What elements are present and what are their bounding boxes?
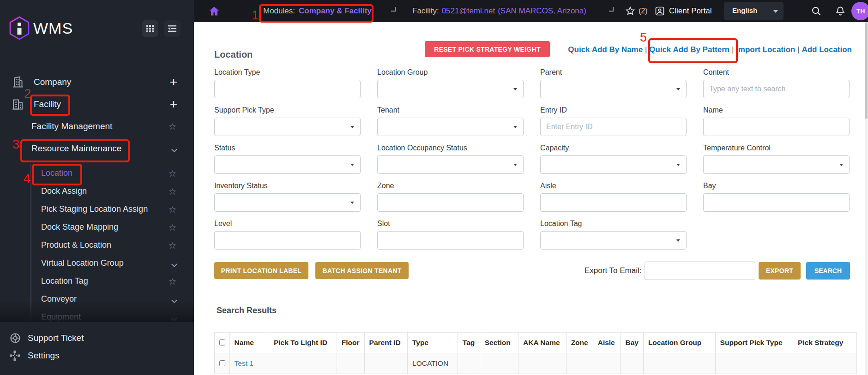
- col-zone[interactable]: Zone: [566, 333, 593, 353]
- select-capacity[interactable]: [540, 155, 687, 174]
- sidebar-item-facility[interactable]: Facility+: [0, 93, 194, 115]
- sidebar-collapse-button[interactable]: [164, 20, 181, 37]
- select-parent[interactable]: [540, 80, 687, 98]
- select-location-group[interactable]: [377, 80, 524, 98]
- chevron-down-icon[interactable]: [172, 259, 176, 268]
- col-bay[interactable]: Bay: [621, 333, 643, 353]
- chevron-down-icon[interactable]: [172, 144, 176, 153]
- field-label: Content: [703, 68, 850, 77]
- export-email-input[interactable]: [645, 262, 755, 280]
- col-floor[interactable]: Floor: [337, 333, 364, 353]
- col-section[interactable]: Section: [480, 333, 518, 353]
- select-inventory-status[interactable]: [214, 193, 361, 212]
- user-avatar[interactable]: TH: [851, 2, 868, 20]
- export-button[interactable]: EXPORT: [759, 262, 801, 280]
- sidebar-item-facility-management[interactable]: Facility Management☆: [0, 115, 194, 137]
- sidebar-item-location[interactable]: Location☆: [41, 164, 194, 182]
- select-support-pick-type[interactable]: [214, 118, 361, 136]
- col-type[interactable]: Type: [408, 333, 458, 353]
- favorites-star-icon[interactable]: [625, 6, 636, 17]
- link-quick-add-by-pattern[interactable]: Quick Add By Pattern: [649, 45, 729, 54]
- language-select[interactable]: English: [724, 2, 784, 20]
- sidebar-item-conveyor[interactable]: Conveyor: [41, 290, 194, 308]
- client-portal-link[interactable]: Client Portal: [669, 6, 712, 16]
- sidebar-item-pick-staging-location-assign[interactable]: Pick Staging Location Assign☆: [41, 200, 194, 218]
- col-pick-to-light-id[interactable]: Pick To Light ID: [269, 333, 337, 353]
- sidebar-item-virtual-location-group[interactable]: Virtual Location Group: [41, 254, 194, 272]
- nodes-icon: [9, 350, 20, 361]
- chevron-down-icon: [513, 88, 517, 90]
- link-separator: |: [729, 45, 736, 54]
- scrollbar-thumb[interactable]: [865, 22, 868, 119]
- input-aisle[interactable]: [540, 193, 687, 212]
- star-icon[interactable]: ☆: [169, 122, 176, 131]
- cell-zone: [566, 353, 593, 374]
- select-location-occupancy-status[interactable]: [377, 155, 524, 174]
- col-pick-strategy[interactable]: Pick Strategy: [793, 333, 857, 353]
- input-content[interactable]: [703, 80, 850, 98]
- chevron-down-icon: [676, 88, 680, 90]
- search-results-title: Search Results: [217, 306, 277, 315]
- modules-selector[interactable]: Modules:Company & Facility: [263, 6, 372, 16]
- search-button[interactable]: SEARCH: [806, 262, 850, 280]
- client-portal-icon[interactable]: [654, 6, 665, 17]
- facility-selector[interactable]: Facility:0521@teml.net(SAN MARCOS, Arizo…: [412, 6, 586, 16]
- star-icon[interactable]: ☆: [169, 241, 176, 250]
- reset-pick-strategy-weight-button[interactable]: RESET PICK STRATEGY WEIGHT: [425, 41, 550, 57]
- input-level[interactable]: [214, 231, 361, 250]
- col-tag[interactable]: Tag: [458, 333, 480, 353]
- col-name[interactable]: Name: [229, 333, 269, 353]
- sidebar-item-settings[interactable]: Settings: [0, 347, 194, 364]
- input-slot[interactable]: [377, 231, 524, 250]
- chevron-down-icon[interactable]: [172, 313, 176, 321]
- input-entry-id[interactable]: [540, 118, 687, 136]
- home-icon[interactable]: [209, 6, 220, 17]
- col-support-pick-type[interactable]: Support Pick Type: [715, 333, 793, 353]
- col-aka-name[interactable]: AKA Name: [518, 333, 567, 353]
- select-all-checkbox[interactable]: [219, 339, 225, 345]
- sidebar-item-equipment[interactable]: Equipment: [41, 308, 194, 321]
- plus-icon[interactable]: +: [170, 76, 177, 89]
- lifering-icon: [9, 332, 21, 344]
- input-name[interactable]: [703, 118, 850, 136]
- chevron-down-icon[interactable]: [609, 7, 614, 12]
- chevron-down-icon[interactable]: [391, 7, 396, 12]
- sidebar-item-product-location[interactable]: Product & Location☆: [41, 236, 194, 254]
- sidebar-item-resource-maintenance[interactable]: Resource Maintenance: [0, 137, 194, 160]
- print-location-label-button[interactable]: PRINT LOCATION LABEL: [214, 262, 308, 279]
- sidebar-item-dock-assign[interactable]: Dock Assign☆: [41, 182, 194, 200]
- input-bay[interactable]: [703, 193, 850, 212]
- star-icon[interactable]: ☆: [169, 277, 176, 286]
- row-link-test-1[interactable]: Test 1: [235, 359, 253, 367]
- col-parent-id[interactable]: Parent ID: [364, 333, 407, 353]
- link-add-location[interactable]: Add Location: [802, 45, 852, 54]
- select-location-tag[interactable]: [540, 231, 687, 250]
- star-icon[interactable]: ☆: [169, 169, 176, 178]
- star-icon[interactable]: ☆: [169, 187, 176, 196]
- page-scrollbar[interactable]: [865, 22, 868, 375]
- star-icon[interactable]: ☆: [169, 205, 176, 214]
- row-checkbox[interactable]: [219, 360, 225, 366]
- input-zone[interactable]: [377, 193, 524, 212]
- apps-grid-button[interactable]: [142, 20, 158, 37]
- grid-icon: [146, 24, 154, 33]
- select-tenant[interactable]: [377, 118, 524, 136]
- sidebar-item-dock-stage-mapping[interactable]: Dock Stage Mapping☆: [41, 218, 194, 236]
- sidebar-item-support-ticket[interactable]: Support Ticket: [0, 329, 194, 347]
- star-icon[interactable]: ☆: [169, 223, 176, 232]
- sidebar-item-company[interactable]: Company+: [0, 71, 194, 93]
- notifications-bell-icon[interactable]: [835, 6, 846, 17]
- sidebar-item-location-tag[interactable]: Location Tag☆: [41, 272, 194, 290]
- select-status[interactable]: [214, 155, 361, 174]
- batch-assign-tenant-button[interactable]: BATCH ASSIGN TENANT: [315, 262, 409, 279]
- plus-icon[interactable]: +: [170, 98, 177, 111]
- search-icon[interactable]: [811, 6, 822, 17]
- col-location-group[interactable]: Location Group: [643, 333, 715, 353]
- col-aisle[interactable]: Aisle: [593, 333, 621, 353]
- chevron-down-icon[interactable]: [172, 295, 176, 304]
- input-location-type[interactable]: [214, 80, 361, 98]
- link-quick-add-by-name[interactable]: Quick Add By Name: [568, 45, 643, 54]
- wms-logo-icon: [8, 16, 30, 42]
- select-temperature-control[interactable]: [703, 155, 850, 174]
- link-import-location[interactable]: Import Location: [736, 45, 795, 54]
